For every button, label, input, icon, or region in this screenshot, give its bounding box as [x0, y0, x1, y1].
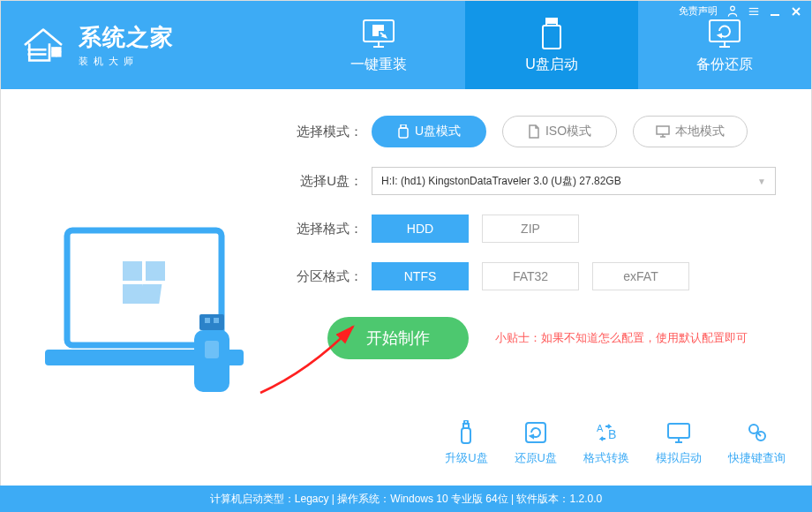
- bottom-actions: 升级U盘 还原U盘 AB 格式转换 模拟启动 快捷键查询: [445, 418, 786, 466]
- mode-usb-button[interactable]: U盘模式: [372, 116, 486, 147]
- file-icon: [528, 124, 540, 139]
- svg-rect-9: [53, 49, 56, 52]
- status-text: 计算机启动类型：Legacy | 操作系统：Windows 10 专业版 64位…: [210, 492, 602, 507]
- mode-iso-button[interactable]: ISO模式: [502, 116, 617, 147]
- label-select-mode: 选择模式：: [292, 124, 372, 140]
- monitor-icon: [665, 418, 692, 447]
- tab-label: 备份还原: [696, 56, 753, 74]
- svg-point-47: [749, 425, 758, 433]
- opt-label: ZIP: [521, 222, 540, 236]
- nav-tabs: 一键重装 U盘启动 备份还原: [292, 1, 811, 89]
- start-btn-label: 开始制作: [366, 328, 430, 349]
- status-bar: 计算机启动类型：Legacy | 操作系统：Windows 10 专业版 64位…: [0, 486, 812, 512]
- tip-text: 小贴士：如果不知道怎么配置，使用默认配置即可: [495, 330, 748, 346]
- svg-rect-29: [205, 318, 210, 323]
- svg-rect-28: [199, 314, 224, 330]
- logo-subtitle: 装机大师: [79, 55, 174, 68]
- action-label: 格式转换: [583, 450, 629, 466]
- svg-rect-17: [379, 26, 383, 30]
- svg-rect-32: [205, 341, 219, 358]
- svg-text:B: B: [608, 427, 616, 441]
- action-simulate-boot[interactable]: 模拟启动: [656, 418, 702, 466]
- label-partition-format: 分区格式：: [292, 268, 372, 285]
- svg-line-49: [757, 433, 761, 436]
- tab-label: 一键重装: [350, 56, 407, 74]
- row-select-format: 选择格式： HDD ZIP: [292, 215, 776, 243]
- tab-usb-boot[interactable]: U盘启动: [465, 1, 638, 89]
- action-label: 还原U盘: [515, 450, 557, 466]
- svg-rect-44: [668, 424, 689, 438]
- content: 选择模式： U盘模式 ISO模式 本地模式 选择U盘： H:I: (hd1) K…: [1, 89, 811, 469]
- monitor-small-icon: [656, 125, 670, 138]
- svg-rect-20: [543, 26, 560, 49]
- svg-rect-23: [710, 20, 740, 41]
- usb-nav-icon: [538, 17, 565, 50]
- mode-btn-label: 本地模式: [675, 124, 725, 139]
- monitor-backup-icon: [707, 17, 742, 50]
- logo-title: 系统之家: [79, 22, 174, 53]
- tab-backup[interactable]: 备份还原: [638, 1, 811, 89]
- start-button[interactable]: 开始制作: [327, 317, 469, 359]
- partition-fat32-button[interactable]: FAT32: [482, 262, 579, 290]
- opt-label: HDD: [407, 222, 433, 236]
- svg-rect-30: [214, 318, 219, 323]
- usb-upgrade-icon: [455, 418, 477, 447]
- svg-rect-31: [194, 330, 229, 392]
- opt-label: FAT32: [513, 269, 548, 283]
- mode-btn-label: U盘模式: [415, 124, 461, 139]
- svg-rect-16: [373, 26, 378, 30]
- format-hdd-button[interactable]: HDD: [372, 215, 469, 243]
- svg-rect-11: [53, 53, 56, 56]
- monitor-reinstall-icon: [361, 17, 396, 50]
- row-select-mode: 选择模式： U盘模式 ISO模式 本地模式: [292, 116, 776, 147]
- mode-local-button[interactable]: 本地模式: [633, 116, 748, 147]
- svg-text:A: A: [597, 423, 604, 433]
- restore-icon: [523, 418, 548, 447]
- house-logo-icon: [19, 20, 68, 70]
- usb-select-dropdown[interactable]: H:I: (hd1) KingstonDataTraveler 3.0 (U盘)…: [372, 167, 776, 195]
- tab-reinstall[interactable]: 一键重装: [292, 1, 465, 89]
- format-zip-button[interactable]: ZIP: [482, 215, 579, 243]
- header: 免责声明 系统之家 装机大师 一键重装 U盘启动: [1, 1, 811, 89]
- row-select-usb: 选择U盘： H:I: (hd1) KingstonDataTraveler 3.…: [292, 167, 776, 195]
- svg-rect-10: [57, 49, 61, 52]
- svg-rect-22: [553, 20, 555, 23]
- svg-rect-38: [462, 428, 470, 443]
- chevron-down-icon: ▼: [757, 177, 766, 186]
- action-label: 快捷键查询: [728, 450, 786, 466]
- svg-point-40: [464, 420, 468, 424]
- row-partition-format: 分区格式： NTFS FAT32 exFAT: [292, 262, 776, 290]
- usb-small-icon: [397, 124, 410, 139]
- laptop-usb-illustration-icon: [36, 217, 257, 403]
- svg-rect-12: [57, 53, 61, 56]
- svg-rect-18: [373, 31, 378, 35]
- svg-rect-21: [548, 20, 551, 23]
- tab-label: U盘启动: [525, 56, 578, 74]
- opt-label: exFAT: [623, 269, 658, 283]
- opt-label: NTFS: [404, 269, 437, 283]
- action-restore-usb[interactable]: 还原U盘: [515, 418, 557, 466]
- partition-exfat-button[interactable]: exFAT: [592, 262, 689, 290]
- action-label: 模拟启动: [656, 450, 702, 466]
- logo: 系统之家 装机大师: [1, 1, 292, 89]
- options-panel: 选择模式： U盘模式 ISO模式 本地模式 选择U盘： H:I: (hd1) K…: [292, 116, 811, 469]
- illustration: [1, 116, 292, 469]
- svg-rect-34: [399, 128, 408, 138]
- svg-rect-41: [526, 423, 545, 442]
- svg-rect-35: [657, 126, 669, 134]
- partition-ntfs-button[interactable]: NTFS: [372, 262, 469, 290]
- usb-select-value: H:I: (hd1) KingstonDataTraveler 3.0 (U盘)…: [381, 174, 621, 189]
- mode-btn-label: ISO模式: [545, 124, 591, 139]
- convert-icon: AB: [593, 418, 620, 447]
- hotkey-icon: [745, 418, 770, 447]
- action-format-convert[interactable]: AB 格式转换: [583, 418, 629, 466]
- label-select-usb: 选择U盘：: [292, 173, 372, 190]
- action-upgrade-usb[interactable]: 升级U盘: [445, 418, 487, 466]
- action-hotkey-query[interactable]: 快捷键查询: [728, 418, 786, 466]
- action-label: 升级U盘: [445, 450, 487, 466]
- start-area: 开始制作 小贴士：如果不知道怎么配置，使用默认配置即可: [292, 317, 776, 359]
- label-select-format: 选择格式：: [292, 221, 372, 237]
